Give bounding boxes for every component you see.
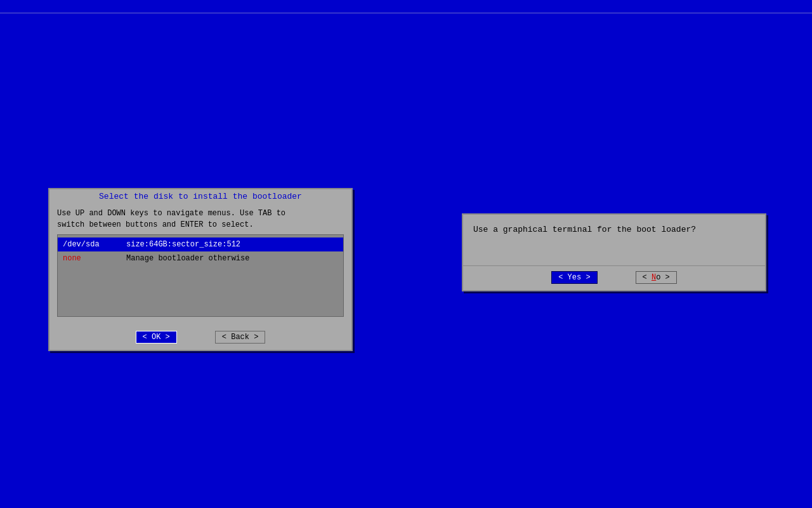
- disk-name-sda: /dev/sda: [63, 239, 126, 250]
- disk-dialog-title-text: Select the disk to install the bootloade…: [99, 192, 302, 201]
- gfx-dialog-body: Use a graphical terminal for the boot lo…: [463, 215, 765, 265]
- disk-desc-none: Manage bootloader otherwise: [126, 253, 249, 264]
- disk-desc-sda: size:64GB:sector_size:512: [126, 239, 240, 250]
- top-border: [0, 13, 812, 13]
- ok-button[interactable]: < OK >: [136, 331, 177, 344]
- no-button[interactable]: < No >: [636, 271, 677, 284]
- gfx-question-text: Use a graphical terminal for the boot lo…: [473, 225, 696, 234]
- disk-item-none[interactable]: none Manage bootloader otherwise: [58, 251, 343, 265]
- back-button[interactable]: < Back >: [215, 331, 266, 344]
- disk-item-sda[interactable]: /dev/sda size:64GB:sector_size:512: [58, 237, 343, 251]
- disk-dialog-body: Use UP and DOWN keys to navigate menus. …: [49, 203, 351, 326]
- yes-button[interactable]: < Yes >: [551, 271, 597, 284]
- disk-dialog-instructions: Use UP and DOWN keys to navigate menus. …: [57, 208, 344, 231]
- disk-selection-dialog: Select the disk to install the bootloade…: [48, 188, 353, 351]
- disk-dialog-footer: < OK > < Back >: [49, 326, 351, 350]
- disk-list[interactable]: /dev/sda size:64GB:sector_size:512 none …: [57, 234, 344, 317]
- disk-dialog-title: Select the disk to install the bootloade…: [49, 189, 351, 203]
- disk-name-none: none: [63, 253, 126, 264]
- gfx-terminal-dialog: Use a graphical terminal for the boot lo…: [462, 213, 766, 291]
- gfx-dialog-footer: < Yes > < No >: [463, 266, 765, 290]
